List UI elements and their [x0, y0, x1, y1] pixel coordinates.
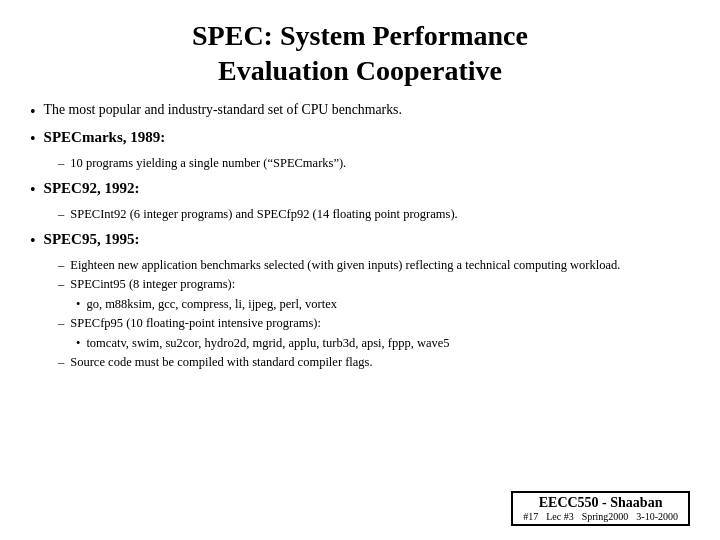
sub-dash-4-3: – [58, 315, 64, 333]
sub-text-4-3: SPECfp95 (10 floating-point intensive pr… [70, 315, 321, 332]
sub-text-4-1: Eighteen new application benchmarks sele… [70, 257, 620, 274]
bullet-dot-4: • [30, 230, 36, 252]
bullet-dot-1: • [30, 101, 36, 123]
sub-dash-2-1: – [58, 155, 64, 173]
sub-item-2-1: – 10 programs yielding a single number (… [58, 155, 690, 173]
bullet-1: • The most popular and industry-standard… [30, 100, 690, 123]
bullet-text-4: SPEC95, 1995: [44, 229, 140, 250]
sub-dash-4-1: – [58, 257, 64, 275]
sub-text-3-1: SPECInt92 (6 integer programs) and SPECf… [70, 206, 457, 223]
sub-sub-list-4-2: • go, m88ksim, gcc, compress, li, ijpeg,… [76, 296, 690, 314]
sub-list-4: – Eighteen new application benchmarks se… [58, 257, 690, 372]
bullet-3: • SPEC92, 1992: [30, 178, 690, 201]
bullet-text-2: SPECmarks, 1989: [44, 127, 166, 148]
bullet-2: • SPECmarks, 1989: [30, 127, 690, 150]
footer-box: EECC550 - Shaaban #17 Lec #3 Spring2000 … [511, 491, 690, 526]
sub-dash-4-4: – [58, 354, 64, 372]
bullet-text-1: The most popular and industry-standard s… [44, 100, 402, 119]
title-line1: SPEC: System Performance [30, 18, 690, 53]
footer-title: EECC550 - Shaaban [539, 495, 663, 511]
sub-item-3-1: – SPECInt92 (6 integer programs) and SPE… [58, 206, 690, 224]
sub-sub-item-4-3-1: • tomcatv, swim, su2cor, hydro2d, mgrid,… [76, 335, 690, 353]
sub-text-2-1: 10 programs yielding a single number (“S… [70, 155, 346, 172]
sub-item-4-4: – Source code must be compiled with stan… [58, 354, 690, 372]
sub-list-2: – 10 programs yielding a single number (… [58, 155, 690, 173]
sub-item-4-3: – SPECfp95 (10 floating-point intensive … [58, 315, 690, 333]
title-line2: Evaluation Cooperative [30, 53, 690, 88]
sub-item-4-2: – SPECint95 (8 integer programs): [58, 276, 690, 294]
sub-dash-4-2: – [58, 276, 64, 294]
footer-lec: Lec #3 [546, 511, 574, 522]
sub-sub-item-4-2-1: • go, m88ksim, gcc, compress, li, ijpeg,… [76, 296, 690, 314]
bullet-4: • SPEC95, 1995: [30, 229, 690, 252]
bullet-dot-2: • [30, 128, 36, 150]
sub-item-4-1: – Eighteen new application benchmarks se… [58, 257, 690, 275]
sub-sub-text-4-3-1: tomcatv, swim, su2cor, hydro2d, mgrid, a… [86, 335, 449, 353]
footer: EECC550 - Shaaban #17 Lec #3 Spring2000 … [30, 491, 690, 526]
sub-text-4-2: SPECint95 (8 integer programs): [70, 276, 235, 293]
slide-content: • The most popular and industry-standard… [30, 100, 690, 485]
sub-dash-3-1: – [58, 206, 64, 224]
bullet-dot-3: • [30, 179, 36, 201]
footer-semester: Spring2000 [582, 511, 629, 522]
slide-title: SPEC: System Performance Evaluation Coop… [30, 18, 690, 88]
slide: SPEC: System Performance Evaluation Coop… [0, 0, 720, 540]
sub-list-3: – SPECInt92 (6 integer programs) and SPE… [58, 206, 690, 224]
sub-sub-list-4-3: • tomcatv, swim, su2cor, hydro2d, mgrid,… [76, 335, 690, 353]
sub-text-4-4: Source code must be compiled with standa… [70, 354, 372, 371]
footer-sub: #17 Lec #3 Spring2000 3-10-2000 [523, 511, 678, 522]
sub-sub-text-4-2-1: go, m88ksim, gcc, compress, li, ijpeg, p… [86, 296, 337, 314]
footer-number: #17 [523, 511, 538, 522]
footer-date: 3-10-2000 [636, 511, 678, 522]
bullet-text-3: SPEC92, 1992: [44, 178, 140, 199]
